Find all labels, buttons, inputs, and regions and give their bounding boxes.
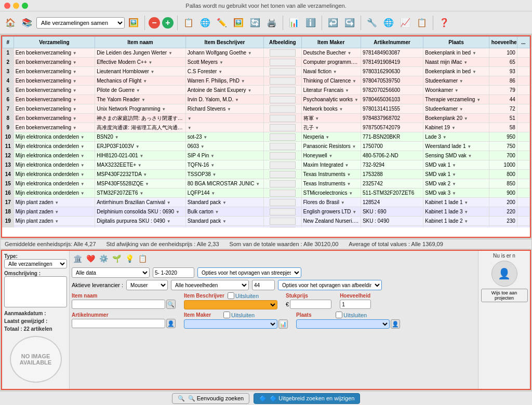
uitsluiten2-checkbox[interactable]: Uitsluiten: [223, 312, 255, 318]
item-naam-input[interactable]: [72, 300, 165, 309]
help-icon[interactable]: ❓: [437, 16, 451, 30]
home-icon[interactable]: 🏠: [3, 16, 18, 30]
beschrijver-cell: Antoine de Saint Exupery ▼: [185, 86, 264, 95]
table-row[interactable]: 9 Een boekenverzameling ▼ 高准度沟通课: 湖省理工高人…: [3, 123, 530, 132]
table-row[interactable]: 20 Mijn plant zaden ▼ Lysimachia atropur…: [3, 226, 530, 228]
col-artikelnummer[interactable]: Artikelnummer: [361, 37, 423, 48]
stukprijs-input[interactable]: [290, 300, 331, 309]
plant-icon[interactable]: 🌱: [111, 253, 122, 264]
table-row[interactable]: 4 Een boekenverzameling ▼ Mechanics of F…: [3, 76, 530, 86]
table-row[interactable]: 7 Een boekenverzameling ▼ Unix Network P…: [3, 104, 530, 114]
redo-icon[interactable]: ↪️: [342, 16, 357, 30]
table-row[interactable]: 1 Een boekenverzameling ▼ Die Leiden des…: [3, 48, 530, 58]
opties-streepjes-select[interactable]: Opties voor het opvragen van streepjesko…: [197, 267, 301, 278]
date-input[interactable]: [153, 267, 194, 278]
lightbulb-icon[interactable]: 💡: [124, 253, 135, 264]
item-naam-cell: Die Leiden des Jungen Werter ▼: [95, 48, 186, 58]
table-row[interactable]: 14 Mijn elektronica onderdelen ▼ MSP430F…: [3, 170, 530, 179]
omschrijving-textarea[interactable]: [4, 276, 67, 307]
table-row[interactable]: 17 Mijn plant zaden ▼ Antirrhinum Brazil…: [3, 198, 530, 207]
collection-icon[interactable]: 📚: [20, 16, 34, 30]
opties-afbeeldingen-select[interactable]: Opties voor het opvragen van afbeeldinge…: [278, 280, 382, 290]
beschrijver-cell: Richard Stevens ▼: [185, 104, 264, 114]
toolbar: 🏠 📚 Alle verzamelingen samen 🖼️ − + 📋 🌐 …: [0, 11, 532, 34]
wijs-toe-button[interactable]: Wijs toe aan projecten: [481, 289, 528, 302]
col-verzameling[interactable]: Verzameling: [14, 37, 95, 48]
verzameling-cell: Een boekenverzameling ▼: [14, 86, 95, 95]
remove-button[interactable]: −: [149, 17, 160, 29]
table-row[interactable]: 8 Een boekenverzameling ▼ 神さまの家庭訪問: あっさり…: [3, 114, 530, 123]
print-icon[interactable]: 🖨️: [264, 16, 279, 30]
collection-icon-btn[interactable]: 🖼️: [126, 16, 141, 30]
table-row[interactable]: 11 Mijn elektronica onderdelen ▼ ERJP03F…: [3, 142, 530, 151]
maximize-button[interactable]: [22, 3, 28, 9]
table-row[interactable]: 15 Mijn elektronica onderdelen ▼ MSP430F…: [3, 179, 530, 188]
leverancier-select[interactable]: Mouser: [126, 280, 168, 290]
col-item-naam[interactable]: Item naam: [95, 37, 186, 48]
table-row[interactable]: 3 Een boekenverzameling ▼ Lieutenant Hor…: [3, 67, 530, 76]
table-row[interactable]: 10 Mijn elektronica onderdelen ▼ BSN20 ▼…: [3, 132, 530, 142]
item-beschrijver-select[interactable]: [184, 300, 277, 309]
artikelnummer-person-icon[interactable]: 👤: [166, 319, 176, 328]
settings-icon[interactable]: 🔧: [365, 16, 379, 30]
refresh-icon[interactable]: 🔄: [248, 16, 262, 30]
list-icon[interactable]: 📋: [415, 16, 429, 30]
uitsluiten3-checkbox[interactable]: Uitsluiten: [336, 312, 367, 318]
uitgebreid-zoeken-button[interactable]: 🔷 🔷 Uitgebreid zoeken en wijzigen: [254, 393, 360, 404]
beschrijver-cell: TQFN-16 ▼: [185, 160, 264, 170]
col-hoeveelheid[interactable]: hoeveelheid: [489, 37, 517, 48]
web-icon[interactable]: 🌐: [381, 16, 396, 30]
quantity-input[interactable]: [252, 280, 275, 290]
add-button[interactable]: +: [162, 17, 174, 29]
type-select[interactable]: Alle verzamelingen: [4, 259, 67, 268]
row-num: 10: [3, 132, 14, 142]
item-naam-cell: Effective Modern C++ ▼: [95, 58, 186, 67]
item-naam-search-icon[interactable]: 🔍: [166, 300, 176, 309]
building-icon[interactable]: 🏛️: [72, 253, 83, 264]
info-icon[interactable]: ℹ️: [303, 16, 318, 30]
item-maker-select[interactable]: [184, 319, 277, 329]
table-row[interactable]: 13 Mijn elektronica onderdelen ▼ MAX3232…: [3, 160, 530, 170]
plaats-cell: Boekenplank in bed ▼: [423, 67, 489, 76]
edit-icon[interactable]: ✏️: [215, 16, 229, 30]
beschrijver-cell: Irvin D. Yalom, M.D. ▼: [185, 95, 264, 104]
alle-data-select[interactable]: Alle data: [72, 267, 150, 278]
collection-dropdown[interactable]: Alle verzamelingen samen: [36, 17, 125, 29]
maker-cell: Computer programm... ▼: [301, 58, 361, 67]
document-icon[interactable]: 📋: [137, 253, 148, 264]
stats-icon[interactable]: 📈: [398, 16, 413, 30]
close-button[interactable]: [4, 3, 10, 9]
artikelnr-cell: 732-9294: [361, 160, 423, 170]
eenvoudig-zoeken-button[interactable]: 🔍 🔍 Eenvoudig zoeken: [172, 393, 250, 404]
alle-hoeveelheden-select[interactable]: Alle hoeveelheden: [171, 280, 249, 290]
afbeelding-cell: [264, 86, 301, 95]
circuit-icon[interactable]: ⚙️: [98, 253, 109, 264]
table-row[interactable]: 6 Een boekenverzameling ▼ The Yalom Read…: [3, 95, 530, 104]
globe-icon[interactable]: 🌐: [198, 16, 212, 30]
hoeveelheid-input[interactable]: [340, 300, 371, 309]
plaats-person-icon[interactable]: 👤: [391, 319, 400, 329]
table-row[interactable]: 12 Mijn elektronica onderdelen ▼ HIH8120…: [3, 151, 530, 160]
copy-icon[interactable]: 📋: [181, 16, 196, 30]
chart-icon[interactable]: 📊: [287, 16, 301, 30]
table-row[interactable]: 19 Mijn plant zaden ▼ Digitalis purpurea…: [3, 217, 530, 226]
item-maker-chart-icon[interactable]: 📊: [278, 319, 288, 329]
table-row[interactable]: 2 Een boekenverzameling ▼ Effective Mode…: [3, 58, 530, 67]
plaats-cell: SMD vak 1 ▼: [423, 160, 489, 170]
plaats-select[interactable]: [296, 319, 390, 329]
maker-cell: Thinking of Clarence ▼: [301, 76, 361, 86]
hoeveelheid-cell: 800: [489, 170, 517, 179]
image-icon[interactable]: 🖼️: [231, 16, 246, 30]
col-item-beschrijver[interactable]: Item Beschrijver: [185, 37, 264, 48]
minimize-button[interactable]: [13, 3, 19, 9]
col-item-maker[interactable]: Item Maker: [301, 37, 361, 48]
table-row[interactable]: 5 Een boekenverzameling ▼ Pilote de Guer…: [3, 86, 530, 95]
table-row[interactable]: 16 Mijn elektronica onderdelen ▼ STM32F2…: [3, 188, 530, 198]
table-row[interactable]: 18 Mijn plant zaden ▼ Delphinium consoli…: [3, 207, 530, 217]
artikelnummer-input[interactable]: [72, 319, 165, 328]
undo-icon[interactable]: ↩️: [326, 16, 340, 30]
heart-icon[interactable]: ❤️: [85, 253, 96, 264]
col-plaats[interactable]: Plaats: [423, 37, 489, 48]
uitsluiten1-checkbox[interactable]: Uitsluiten: [228, 292, 259, 299]
plaats-cell: Kabinet 1 lade 3 ▼: [423, 207, 489, 217]
